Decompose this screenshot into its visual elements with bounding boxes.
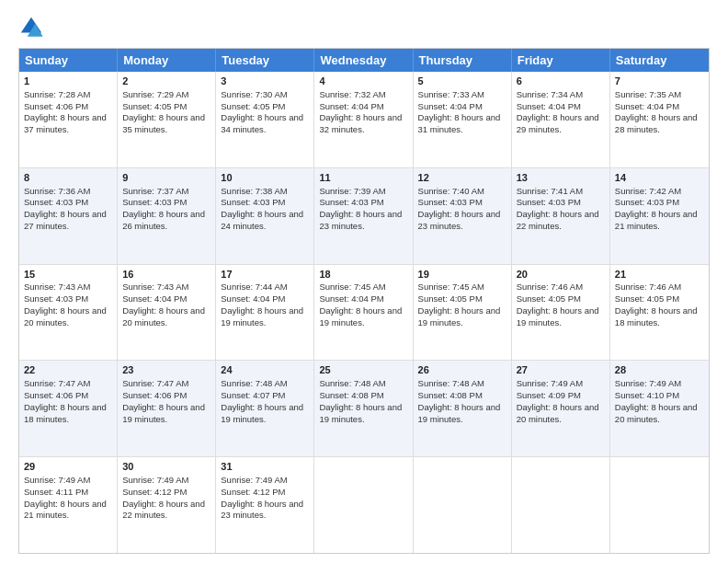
sunrise: Sunrise: 7:44 AM: [221, 282, 287, 292]
day-number: 28: [615, 363, 704, 377]
day-number: 24: [221, 363, 309, 377]
daylight: Daylight: 8 hours and 20 minutes.: [517, 402, 599, 424]
day-number: 25: [319, 363, 407, 377]
calendar-cell: 11Sunrise: 7:39 AMSunset: 4:03 PMDayligh…: [314, 168, 413, 264]
daylight: Daylight: 8 hours and 19 minutes.: [418, 402, 501, 424]
sunset: Sunset: 4:12 PM: [221, 487, 285, 497]
sunrise: Sunrise: 7:49 AM: [221, 475, 287, 485]
day-number: 26: [418, 363, 506, 377]
sunset: Sunset: 4:09 PM: [517, 390, 581, 400]
day-number: 10: [221, 171, 309, 185]
daylight: Daylight: 8 hours and 21 minutes.: [24, 499, 107, 521]
calendar-cell: 6Sunrise: 7:34 AMSunset: 4:04 PMDaylight…: [512, 72, 610, 167]
sunrise: Sunrise: 7:49 AM: [122, 475, 188, 485]
daylight: Daylight: 8 hours and 18 minutes.: [615, 305, 698, 327]
calendar-cell: 15Sunrise: 7:43 AMSunset: 4:03 PMDayligh…: [19, 265, 118, 361]
calendar-cell: [610, 457, 709, 553]
calendar-cell: 18Sunrise: 7:45 AMSunset: 4:04 PMDayligh…: [314, 265, 413, 361]
sunrise: Sunrise: 7:35 AM: [615, 89, 681, 99]
calendar-cell: [314, 457, 413, 553]
calendar-cell: 17Sunrise: 7:44 AMSunset: 4:04 PMDayligh…: [216, 265, 314, 361]
sunset: Sunset: 4:05 PM: [221, 101, 285, 111]
sunset: Sunset: 4:07 PM: [221, 390, 285, 400]
daylight: Daylight: 8 hours and 26 minutes.: [122, 209, 205, 231]
calendar-cell: 28Sunrise: 7:49 AMSunset: 4:10 PMDayligh…: [610, 361, 709, 456]
daylight: Daylight: 8 hours and 27 minutes.: [24, 209, 107, 231]
day-number: 22: [24, 363, 112, 377]
sunset: Sunset: 4:08 PM: [319, 390, 383, 400]
sunrise: Sunrise: 7:33 AM: [418, 89, 484, 99]
calendar-row: 1Sunrise: 7:28 AMSunset: 4:06 PMDaylight…: [19, 72, 709, 167]
daylight: Daylight: 8 hours and 19 minutes.: [319, 402, 402, 424]
day-number: 11: [319, 171, 407, 185]
day-number: 30: [122, 460, 210, 474]
day-number: 12: [418, 171, 506, 185]
sunrise: Sunrise: 7:32 AM: [319, 89, 385, 99]
daylight: Daylight: 8 hours and 22 minutes.: [122, 499, 205, 521]
sunset: Sunset: 4:04 PM: [615, 101, 679, 111]
sunset: Sunset: 4:05 PM: [418, 293, 483, 304]
calendar-cell: 12Sunrise: 7:40 AMSunset: 4:03 PMDayligh…: [414, 168, 512, 264]
sunset: Sunset: 4:05 PM: [517, 293, 581, 304]
sunset: Sunset: 4:03 PM: [24, 293, 88, 304]
sunset: Sunset: 4:04 PM: [122, 293, 187, 304]
sunset: Sunset: 4:04 PM: [319, 293, 383, 304]
calendar-cell: 3Sunrise: 7:30 AMSunset: 4:05 PMDaylight…: [216, 72, 314, 167]
daylight: Daylight: 8 hours and 19 minutes.: [517, 305, 599, 327]
sunset: Sunset: 4:03 PM: [221, 197, 285, 207]
sunrise: Sunrise: 7:30 AM: [221, 89, 287, 99]
sunrise: Sunrise: 7:42 AM: [615, 186, 681, 196]
calendar-cell: 10Sunrise: 7:38 AMSunset: 4:03 PMDayligh…: [216, 168, 314, 264]
calendar-cell: 29Sunrise: 7:49 AMSunset: 4:11 PMDayligh…: [19, 457, 118, 553]
daylight: Daylight: 8 hours and 19 minutes.: [319, 305, 402, 327]
sunset: Sunset: 4:04 PM: [418, 101, 483, 111]
calendar-cell: 2Sunrise: 7:29 AMSunset: 4:05 PMDaylight…: [118, 72, 216, 167]
sunrise: Sunrise: 7:39 AM: [319, 186, 385, 196]
daylight: Daylight: 8 hours and 19 minutes.: [221, 305, 303, 327]
calendar-row: 8Sunrise: 7:36 AMSunset: 4:03 PMDaylight…: [19, 167, 709, 264]
day-number: 6: [517, 75, 605, 88]
calendar-cell: 9Sunrise: 7:37 AMSunset: 4:03 PMDaylight…: [118, 168, 216, 264]
calendar-header-cell: Saturday: [610, 49, 709, 72]
calendar-cell: [414, 457, 512, 553]
daylight: Daylight: 8 hours and 35 minutes.: [122, 112, 205, 134]
daylight: Daylight: 8 hours and 28 minutes.: [615, 112, 698, 134]
day-number: 16: [122, 268, 210, 282]
daylight: Daylight: 8 hours and 21 minutes.: [615, 209, 698, 231]
daylight: Daylight: 8 hours and 18 minutes.: [24, 402, 107, 424]
day-number: 8: [24, 171, 112, 185]
calendar-cell: 26Sunrise: 7:48 AMSunset: 4:08 PMDayligh…: [414, 361, 512, 456]
calendar-header-cell: Wednesday: [314, 49, 413, 72]
day-number: 18: [319, 268, 407, 282]
sunset: Sunset: 4:06 PM: [122, 390, 187, 400]
calendar-cell: 25Sunrise: 7:48 AMSunset: 4:08 PMDayligh…: [314, 361, 413, 456]
calendar-cell: 22Sunrise: 7:47 AMSunset: 4:06 PMDayligh…: [19, 361, 118, 456]
sunrise: Sunrise: 7:45 AM: [319, 282, 385, 292]
calendar-cell: 13Sunrise: 7:41 AMSunset: 4:03 PMDayligh…: [512, 168, 610, 264]
sunrise: Sunrise: 7:46 AM: [517, 282, 583, 292]
header: [18, 15, 710, 40]
calendar-cell: 19Sunrise: 7:45 AMSunset: 4:05 PMDayligh…: [414, 265, 512, 361]
sunrise: Sunrise: 7:49 AM: [24, 475, 90, 485]
day-number: 27: [517, 363, 605, 377]
sunrise: Sunrise: 7:29 AM: [122, 89, 188, 99]
calendar-cell: 30Sunrise: 7:49 AMSunset: 4:12 PMDayligh…: [118, 457, 216, 553]
daylight: Daylight: 8 hours and 24 minutes.: [221, 209, 303, 231]
sunset: Sunset: 4:04 PM: [221, 293, 285, 304]
sunset: Sunset: 4:04 PM: [517, 101, 581, 111]
sunset: Sunset: 4:11 PM: [24, 487, 88, 497]
sunset: Sunset: 4:06 PM: [24, 390, 88, 400]
day-number: 21: [615, 268, 704, 282]
calendar-header-cell: Sunday: [19, 49, 118, 72]
daylight: Daylight: 8 hours and 23 minutes.: [418, 209, 501, 231]
daylight: Daylight: 8 hours and 29 minutes.: [517, 112, 599, 134]
sunrise: Sunrise: 7:36 AM: [24, 186, 90, 196]
calendar-header-cell: Thursday: [414, 49, 512, 72]
calendar-cell: 7Sunrise: 7:35 AMSunset: 4:04 PMDaylight…: [610, 72, 709, 167]
sunrise: Sunrise: 7:48 AM: [319, 378, 385, 388]
day-number: 23: [122, 363, 210, 377]
daylight: Daylight: 8 hours and 20 minutes.: [615, 402, 698, 424]
calendar-cell: 24Sunrise: 7:48 AMSunset: 4:07 PMDayligh…: [216, 361, 314, 456]
calendar-cell: 21Sunrise: 7:46 AMSunset: 4:05 PMDayligh…: [610, 265, 709, 361]
daylight: Daylight: 8 hours and 20 minutes.: [122, 305, 205, 327]
